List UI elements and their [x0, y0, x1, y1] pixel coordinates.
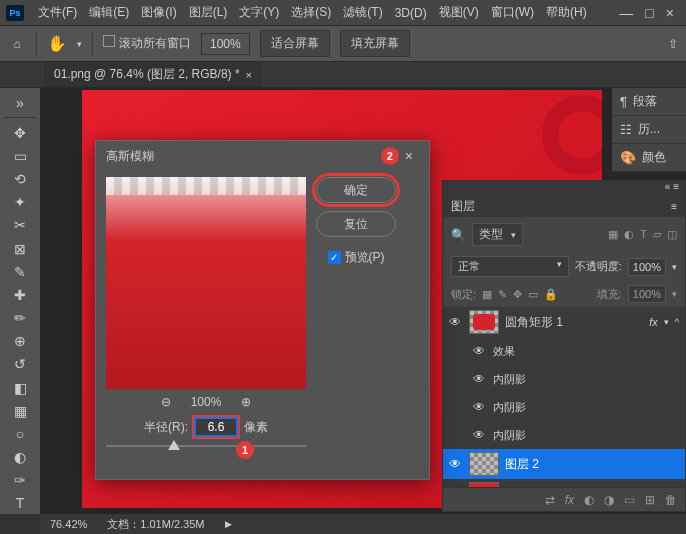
chevron-down-icon[interactable]: ▾ [664, 317, 669, 327]
panel-tab-history[interactable]: ☷历... [612, 116, 686, 144]
magic-wand-tool[interactable]: ✦ [8, 192, 32, 213]
layer-row[interactable]: 👁 圆角矩形 1 fx ▾ ^ [443, 307, 685, 337]
layer-thumbnail[interactable] [469, 452, 499, 476]
menu-type[interactable]: 文字(Y) [233, 4, 285, 21]
type-tool[interactable]: T [8, 493, 32, 514]
visibility-toggle[interactable]: 👁 [449, 315, 463, 329]
panel-menu-icon[interactable]: ≡ [671, 201, 677, 212]
filter-shape-icon[interactable]: ▱ [653, 228, 661, 241]
group-icon[interactable]: ▭ [624, 493, 635, 507]
search-icon[interactable]: 🔍 [451, 228, 466, 242]
expand-tools-icon[interactable]: » [8, 92, 32, 113]
visibility-toggle[interactable]: 👁 [473, 372, 487, 386]
menu-edit[interactable]: 编辑(E) [83, 4, 135, 21]
pen-tool[interactable]: ✑ [8, 470, 32, 491]
reset-button[interactable]: 复位 [316, 211, 396, 237]
radius-input[interactable] [194, 417, 238, 437]
layer-name[interactable]: 图层 2 [505, 456, 539, 473]
crop-tool[interactable]: ✂ [8, 215, 32, 236]
brush-tool[interactable]: ✏ [8, 308, 32, 329]
menu-select[interactable]: 选择(S) [285, 4, 337, 21]
lock-all-icon[interactable]: 🔒 [544, 288, 558, 301]
layer-name[interactable]: 圆角矩形 1 [505, 314, 563, 331]
eyedropper-tool[interactable]: ✎ [8, 261, 32, 282]
status-menu-icon[interactable]: ▶ [225, 519, 232, 529]
fit-screen-button[interactable]: 适合屏幕 [260, 30, 330, 57]
layer-row[interactable]: 👁 图层 2 [443, 449, 685, 479]
zoom-out-icon[interactable]: ⊖ [161, 395, 171, 409]
move-tool[interactable]: ✥ [8, 122, 32, 143]
layer-effect-item[interactable]: 👁 内阴影 [443, 421, 685, 449]
window-maximize-button[interactable]: □ [645, 5, 653, 21]
healing-tool[interactable]: ✚ [8, 284, 32, 305]
gradient-tool[interactable]: ▦ [8, 400, 32, 421]
menu-help[interactable]: 帮助(H) [540, 4, 593, 21]
chevron-up-icon[interactable]: ^ [675, 317, 679, 327]
layer-effect-item[interactable]: 👁 内阴影 [443, 393, 685, 421]
layer-row[interactable]: 👁 图层 1 [443, 479, 685, 487]
dodge-tool[interactable]: ◐ [8, 447, 32, 468]
blur-preview[interactable] [106, 177, 306, 389]
share-icon[interactable]: ⇧ [668, 37, 678, 51]
blur-tool[interactable]: ○ [8, 423, 32, 444]
opacity-value[interactable]: 100% [628, 258, 666, 276]
zoom-value-input[interactable]: 100% [201, 33, 250, 55]
scroll-all-checkbox[interactable]: 滚动所有窗口 [103, 35, 191, 52]
window-close-button[interactable]: × [666, 5, 674, 21]
lasso-tool[interactable]: ⟲ [8, 168, 32, 189]
tab-close-button[interactable]: × [246, 69, 252, 81]
blend-mode-dropdown[interactable]: 正常▾ [451, 256, 569, 277]
filter-pixel-icon[interactable]: ▦ [608, 228, 618, 241]
zoom-in-icon[interactable]: ⊕ [241, 395, 251, 409]
menu-filter[interactable]: 滤镜(T) [337, 4, 388, 21]
preview-checkbox[interactable]: ✓ 预览(P) [328, 249, 385, 266]
filter-type-icon[interactable]: T [640, 228, 647, 241]
window-minimize-button[interactable]: — [619, 5, 633, 21]
radius-slider[interactable] [106, 445, 306, 447]
link-layers-icon[interactable]: ⇄ [545, 493, 555, 507]
filter-smart-icon[interactable]: ◫ [667, 228, 677, 241]
menu-view[interactable]: 视图(V) [433, 4, 485, 21]
eraser-tool[interactable]: ◧ [8, 377, 32, 398]
fill-screen-button[interactable]: 填充屏幕 [340, 30, 410, 57]
menu-image[interactable]: 图像(I) [135, 4, 182, 21]
home-icon[interactable]: ⌂ [8, 35, 26, 53]
lock-position-icon[interactable]: ✥ [513, 288, 522, 301]
status-zoom[interactable]: 76.42% [50, 518, 87, 530]
menu-layer[interactable]: 图层(L) [183, 4, 234, 21]
hand-tool-icon[interactable]: ✋ [47, 34, 67, 53]
history-brush-tool[interactable]: ↺ [8, 354, 32, 375]
lock-transparency-icon[interactable]: ▦ [482, 288, 492, 301]
layer-effect-item[interactable]: 👁 内阴影 [443, 365, 685, 393]
document-tab[interactable]: 01.png @ 76.4% (图层 2, RGB/8) * × [44, 62, 262, 87]
fx-badge[interactable]: fx [649, 316, 658, 328]
collapse-icon[interactable]: « ≡ [665, 181, 679, 195]
adjustment-layer-icon[interactable]: ◑ [604, 493, 614, 507]
delete-layer-icon[interactable]: 🗑 [665, 493, 677, 507]
fill-value[interactable]: 100% [628, 285, 666, 303]
layer-style-icon[interactable]: fx [565, 493, 574, 507]
layer-filter-dropdown[interactable]: 类型▾ [472, 223, 523, 246]
filter-adjust-icon[interactable]: ◐ [624, 228, 634, 241]
lock-pixels-icon[interactable]: ✎ [498, 288, 507, 301]
chevron-down-icon[interactable]: ▾ [77, 39, 82, 49]
visibility-toggle[interactable]: 👁 [473, 428, 487, 442]
dialog-close-button[interactable]: × [399, 148, 419, 164]
panel-tab-color[interactable]: 🎨颜色 [612, 144, 686, 172]
new-layer-icon[interactable]: ⊞ [645, 493, 655, 507]
visibility-toggle[interactable]: 👁 [449, 457, 463, 471]
layer-mask-icon[interactable]: ◐ [584, 493, 594, 507]
layer-effects-row[interactable]: 👁 效果 [443, 337, 685, 365]
layer-thumbnail[interactable] [469, 482, 499, 487]
stamp-tool[interactable]: ⊕ [8, 331, 32, 352]
menu-3d[interactable]: 3D(D) [389, 6, 433, 20]
marquee-tool[interactable]: ▭ [8, 145, 32, 166]
lock-artboard-icon[interactable]: ▭ [528, 288, 538, 301]
frame-tool[interactable]: ⊠ [8, 238, 32, 259]
menu-window[interactable]: 窗口(W) [485, 4, 540, 21]
visibility-toggle[interactable]: 👁 [473, 344, 487, 358]
visibility-toggle[interactable]: 👁 [473, 400, 487, 414]
ok-button[interactable]: 确定 [316, 177, 396, 203]
slider-thumb[interactable] [168, 440, 180, 450]
panel-tab-paragraph[interactable]: ¶段落 [612, 88, 686, 116]
